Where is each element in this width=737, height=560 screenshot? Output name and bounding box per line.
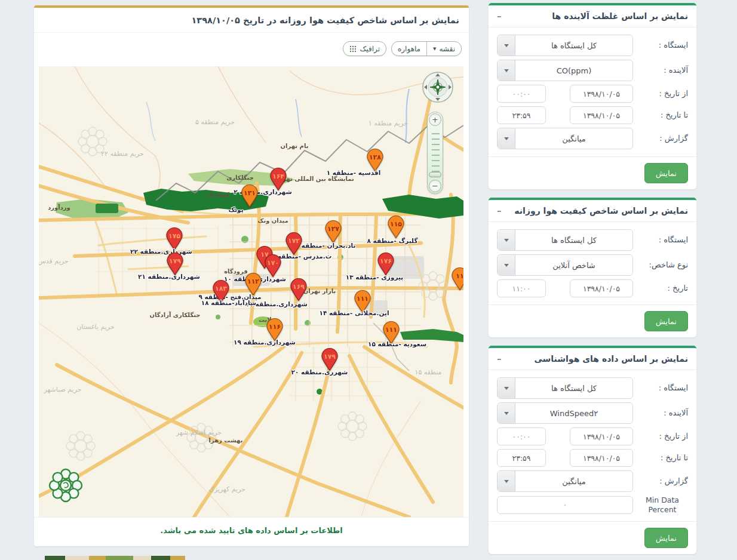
chevron-down-icon[interactable] bbox=[498, 230, 515, 250]
station-label: ناد.بحران -منطقه ۷ bbox=[296, 242, 356, 249]
satellite-button[interactable]: ماهواره bbox=[392, 42, 426, 56]
map-panel-footer: اطلاعات بر اساس داده های تایید شده می با… bbox=[34, 517, 469, 543]
collapse-icon[interactable]: – bbox=[497, 208, 502, 214]
traffic-label: ترافیک bbox=[360, 45, 380, 53]
station-marker[interactable]: ۱۷۲ bbox=[285, 232, 303, 256]
satellite-label: ماهواره bbox=[398, 45, 420, 53]
traffic-button[interactable]: ترافیک bbox=[343, 41, 386, 56]
time-input[interactable]: ۲۳:۵۹ bbox=[497, 106, 546, 124]
field-label: ایستگاه : bbox=[637, 383, 688, 393]
field-label: آلاینده : bbox=[637, 66, 688, 75]
select-field[interactable]: CO(ppm) bbox=[497, 60, 633, 81]
station-label: شهرداری.منطقه ۱۹ bbox=[234, 339, 296, 346]
select-field[interactable]: شاخص آنلاین bbox=[497, 254, 633, 276]
station-marker[interactable]: ۱۷۶ bbox=[377, 252, 395, 276]
svg-text:۱۳۱: ۱۳۱ bbox=[244, 189, 256, 197]
datetime-field: ۰۰:۰۰۱۳۹۸/۱۰/۰۵ bbox=[497, 427, 633, 445]
svg-text:۱۶۴: ۱۶۴ bbox=[272, 173, 284, 180]
chevron-down-icon[interactable] bbox=[498, 471, 515, 491]
datetime-field: ۰۰:۰۰۱۳۹۸/۱۰/۰۵ bbox=[497, 85, 633, 103]
station-marker[interactable]: ۱۶۴ bbox=[269, 167, 287, 191]
time-input[interactable]: ۲۳:۵۹ bbox=[497, 449, 546, 467]
show-button[interactable]: نمایش bbox=[644, 528, 688, 548]
datetime-field: ۲۳:۵۹۱۳۹۸/۱۰/۰۵ bbox=[497, 106, 633, 124]
select-value: میانگین bbox=[515, 128, 632, 149]
svg-text:۱۷۲: ۱۷۲ bbox=[288, 237, 300, 245]
svg-text:۱۷۹: ۱۷۹ bbox=[169, 257, 181, 265]
station-marker[interactable]: ۱۱۲ bbox=[244, 272, 262, 296]
select-value: CO(ppm) bbox=[515, 60, 632, 81]
field-label: ایستگاه : bbox=[637, 41, 688, 50]
select-field[interactable]: میانگین bbox=[497, 128, 633, 149]
chevron-down-icon[interactable] bbox=[498, 128, 515, 149]
collapse-icon[interactable]: – bbox=[497, 13, 502, 19]
sidebar: نمایش بر اساس غلظت آلاینده ها–ایستگاه :ک… bbox=[489, 3, 696, 554]
station-marker[interactable]: ۱۷۹ bbox=[321, 347, 339, 371]
station-marker[interactable]: ۱۲۷ bbox=[324, 220, 342, 244]
zoom-out-button[interactable]: − bbox=[429, 180, 441, 192]
select-value: کل ایستگاه ها bbox=[515, 35, 632, 56]
station-marker[interactable]: ۱۷۹ bbox=[166, 252, 184, 276]
field-label: تا تاریخ : bbox=[637, 453, 688, 463]
datetime-field: ۱۱:۰۰۱۳۹۸/۱۰/۰۵ bbox=[497, 279, 633, 297]
show-button[interactable]: نمایش bbox=[644, 163, 688, 183]
select-value: شاخص آنلاین bbox=[515, 255, 632, 275]
station-label: پیروزی -منطقه ۱۳ bbox=[346, 273, 403, 281]
time-input[interactable]: ۰۰:۰۰ bbox=[497, 427, 546, 445]
select-value: کل ایستگاه ها bbox=[515, 230, 632, 250]
zoom-slider-handle[interactable] bbox=[429, 172, 441, 177]
panel-title: نمایش بر اساس شاخص کیفیت هوا روزانه bbox=[514, 206, 688, 216]
chevron-down-icon[interactable] bbox=[498, 35, 515, 56]
svg-text:۱۲۷: ۱۲۷ bbox=[327, 225, 339, 233]
date-input[interactable]: ۱۳۹۸/۱۰/۰۵ bbox=[570, 449, 633, 467]
date-input[interactable]: ۱۳۹۸/۱۰/۰۵ bbox=[570, 279, 633, 297]
date-input[interactable]: ۱۳۹۸/۱۰/۰۵ bbox=[570, 427, 633, 445]
svg-text:۱۱۱: ۱۱۱ bbox=[385, 326, 397, 334]
chevron-down-icon[interactable] bbox=[498, 255, 515, 275]
select-field[interactable]: کل ایستگاه ها bbox=[497, 229, 633, 251]
chevron-down-icon[interactable] bbox=[498, 60, 515, 81]
select-field[interactable]: کل ایستگاه ها bbox=[497, 377, 633, 399]
select-value: میانگین bbox=[515, 471, 632, 491]
select-field[interactable]: میانگین bbox=[497, 470, 633, 492]
svg-text:۱۷۵: ۱۷۵ bbox=[168, 232, 180, 240]
show-button[interactable]: نمایش bbox=[644, 311, 688, 331]
station-marker[interactable]: ۱۱۵ bbox=[387, 215, 405, 239]
station-marker[interactable]: ۱۳۱ bbox=[241, 184, 259, 208]
select-field[interactable]: کل ایستگاه ها bbox=[497, 35, 633, 56]
select-value: کل ایستگاه ها bbox=[515, 378, 632, 398]
station-marker[interactable]: ۱۶۹ bbox=[290, 278, 308, 301]
collapse-icon[interactable]: – bbox=[497, 356, 502, 362]
map-button[interactable]: ▼ نقشه bbox=[426, 42, 461, 56]
field-label: نوع شاخص: bbox=[637, 260, 688, 270]
date-input[interactable]: ۱۳۹۸/۱۰/۰۵ bbox=[570, 106, 633, 124]
chevron-down-icon[interactable] bbox=[498, 378, 515, 398]
panel-1: نمایش بر اساس شاخص کیفیت هوا روزانه–ایست… bbox=[489, 198, 696, 337]
field-label: گزارش : bbox=[637, 134, 688, 143]
map-canvas[interactable]: بام تهراننمایشگاه بین المللی تهرانجنگلکا… bbox=[39, 66, 463, 517]
select-field[interactable]: WindSpeed۲ bbox=[497, 402, 633, 424]
map-panel-header: نمایش بر اساس شاخص کیفیت هوا روزانه در ت… bbox=[34, 8, 469, 33]
map-label: نقشه bbox=[439, 45, 455, 53]
map-satellite-toggle: ماهواره ▼ نقشه bbox=[391, 41, 462, 56]
station-marker[interactable]: ۱۷۵ bbox=[165, 227, 183, 251]
panel-0: نمایش بر اساس غلظت آلاینده ها–ایستگاه :ک… bbox=[489, 3, 696, 189]
zoom-in-button[interactable]: + bbox=[429, 113, 441, 126]
svg-text:۱۲۸: ۱۲۸ bbox=[369, 153, 381, 161]
station-marker[interactable]: ۱۲۸ bbox=[366, 148, 384, 172]
station-marker[interactable]: ۱۱ bbox=[451, 267, 463, 291]
time-input[interactable]: ۱۱:۰۰ bbox=[497, 279, 546, 297]
zoom-track[interactable] bbox=[432, 129, 440, 178]
station-marker[interactable]: ۱۱۶ bbox=[266, 318, 284, 341]
field-label: Min Data Percent bbox=[637, 496, 688, 514]
date-input[interactable]: ۱۳۹۸/۱۰/۰۵ bbox=[570, 85, 633, 103]
station-label: اقدسیه -منطقه ۱ bbox=[327, 169, 381, 176]
min-data-percent-input[interactable]: ۰ bbox=[497, 496, 633, 514]
field-label: آلاینده : bbox=[637, 408, 688, 418]
map-pan-control[interactable] bbox=[422, 71, 454, 103]
time-input[interactable]: ۰۰:۰۰ bbox=[497, 85, 546, 103]
field-label: ایستگاه : bbox=[637, 235, 688, 245]
station-marker[interactable]: ۱۷۰ bbox=[264, 254, 282, 278]
chevron-down-icon[interactable] bbox=[498, 403, 515, 423]
svg-text:۱۸۳: ۱۸۳ bbox=[215, 285, 227, 293]
